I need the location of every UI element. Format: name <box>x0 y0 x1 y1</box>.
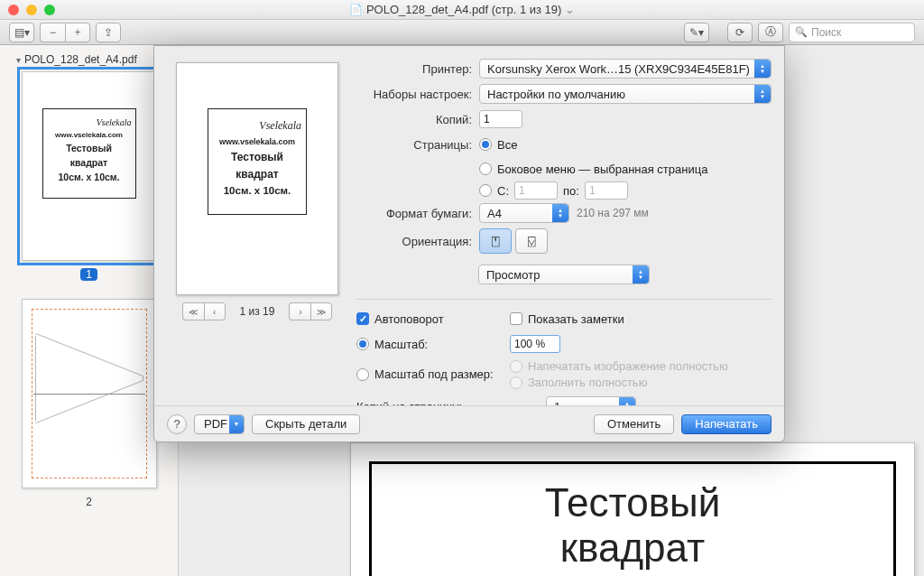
pages-to-input[interactable]: 1 <box>585 181 628 200</box>
divider <box>356 299 772 300</box>
share-button[interactable]: ⇪ <box>96 23 121 42</box>
shownotes-label: Показать заметки <box>528 312 624 326</box>
fit-fill-full-radio <box>510 376 522 389</box>
search-input[interactable]: Поиск <box>789 23 915 42</box>
copies-input[interactable]: 1 <box>479 110 522 128</box>
fit-fill-full-label: Заполнить полностью <box>528 376 647 389</box>
sidebar-filename[interactable]: POLO_128_det_A4.pdf <box>7 51 171 71</box>
help-button[interactable]: ? <box>167 414 187 434</box>
pages-all-radio[interactable] <box>479 138 492 151</box>
scale-radio[interactable] <box>356 338 369 350</box>
zoom-in-button[interactable]: ＋ <box>65 23 90 42</box>
panel-select[interactable]: Просмотр▲▼ <box>478 265 650 284</box>
pages-all-label: Все <box>497 138 517 152</box>
cancel-button[interactable]: Отменить <box>594 414 674 434</box>
orientation-label: Ориентация: <box>356 235 472 248</box>
pages-from-input[interactable]: 1 <box>514 181 558 200</box>
pages-range-radio[interactable] <box>479 184 492 197</box>
autorotate-label: Автоповорот <box>374 312 444 326</box>
markup-button[interactable]: Ⓐ <box>758 23 783 42</box>
window-title: POLO_128_det_A4.pdf (стр. 1 из 19) ⌄ <box>0 3 924 16</box>
thumbnail-page-1[interactable]: Vselekala www.vselekala.com Тестовый ква… <box>22 71 157 261</box>
minimize-icon[interactable] <box>26 5 37 15</box>
rotate-button[interactable]: ⟳ <box>727 23 753 42</box>
preview-last-button[interactable]: ≫ <box>310 302 332 321</box>
orientation-portrait-button[interactable]: ⍞ <box>479 228 512 254</box>
zoom-icon[interactable] <box>44 5 55 15</box>
thumbnail-number-2: 2 <box>80 496 97 508</box>
zoom-out-button[interactable]: − <box>40 23 65 42</box>
hide-details-button[interactable]: Скрыть детали <box>252 414 360 434</box>
pdf-menu-button[interactable]: PDF▼ <box>194 414 245 434</box>
scale-label: Масштаб: <box>374 338 428 351</box>
preview-pager: 1 из 19 <box>240 305 275 318</box>
toolbar: ▤▾ − ＋ ⇪ ✎▾ ⟳ Ⓐ Поиск <box>0 20 924 45</box>
print-preview-page: Vselekala www.vselekala.com Тестовый ква… <box>176 62 338 295</box>
presets-label: Наборы настроек: <box>356 88 472 101</box>
pages-sidebar-radio[interactable] <box>479 163 492 175</box>
fit-print-full-label: Напечатать изображение полностью <box>528 359 728 373</box>
highlight-button[interactable]: ✎▾ <box>684 23 709 42</box>
close-icon[interactable] <box>8 5 19 15</box>
pages-label: Страницы: <box>356 138 472 152</box>
current-page: Тестовый квадрат 10см v 10см <box>350 442 915 576</box>
brand-text: Vselekala <box>97 117 132 127</box>
window-controls <box>8 5 55 15</box>
preview-first-button[interactable]: ≪ <box>182 302 204 321</box>
print-dialog: Vselekala www.vselekala.com Тестовый ква… <box>153 45 785 442</box>
print-button[interactable]: Напечатать <box>681 414 772 434</box>
brand-url: www.vselekala.com <box>55 131 123 139</box>
orientation-landscape-button[interactable]: ⍌ <box>515 228 548 254</box>
scalefit-radio[interactable] <box>356 368 369 381</box>
copiesperpage-select[interactable]: 1▲▼ <box>546 396 636 405</box>
thumbnail-page-2[interactable] <box>22 299 157 488</box>
copies-label: Копий: <box>356 113 472 126</box>
preview-prev-button[interactable]: ‹ <box>204 302 226 321</box>
pages-sidebar-label: Боковое меню — выбранная страница <box>497 163 707 176</box>
printer-label: Принтер: <box>356 62 472 76</box>
printer-select[interactable]: Korsunsky Xerox Work…15 (XRX9C934E45E81F… <box>479 59 772 79</box>
scale-input[interactable]: 100 % <box>510 335 560 353</box>
autorotate-checkbox[interactable] <box>356 312 369 325</box>
shownotes-checkbox[interactable] <box>510 312 522 325</box>
presets-select[interactable]: Настройки по умолчанию▲▼ <box>479 84 772 104</box>
paper-select[interactable]: A4▲▼ <box>479 203 569 223</box>
paper-label: Формат бумаги: <box>356 207 472 220</box>
paper-hint: 210 на 297 мм <box>577 207 649 219</box>
preview-next-button[interactable]: › <box>289 302 310 321</box>
scalefit-label: Масштаб под размер: <box>374 367 494 381</box>
thumbnail-number-1: 1 <box>80 268 97 281</box>
titlebar: POLO_128_det_A4.pdf (стр. 1 из 19) ⌄ <box>0 0 924 20</box>
sidebar-toggle-button[interactable]: ▤▾ <box>9 23 34 42</box>
thumbnails-sidebar: POLO_128_det_A4.pdf Vselekala www.vselek… <box>0 45 179 576</box>
fit-print-full-radio <box>510 360 522 373</box>
